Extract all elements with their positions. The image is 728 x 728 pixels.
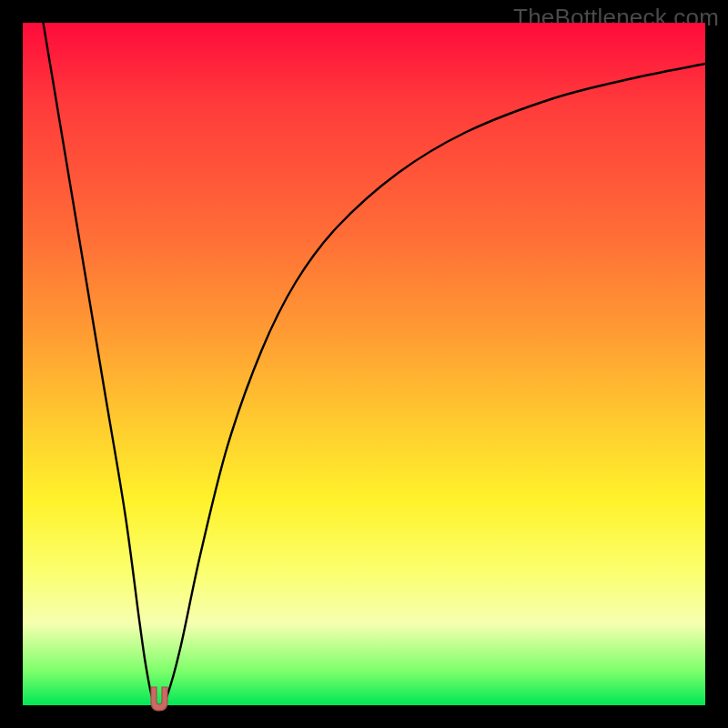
curve-path bbox=[44, 23, 706, 705]
plot-area bbox=[23, 23, 705, 705]
optimum-marker bbox=[147, 685, 172, 713]
u-shape-icon bbox=[147, 685, 172, 713]
bottleneck-curve bbox=[23, 23, 705, 705]
chart-frame: TheBottleneck.com bbox=[0, 0, 728, 728]
